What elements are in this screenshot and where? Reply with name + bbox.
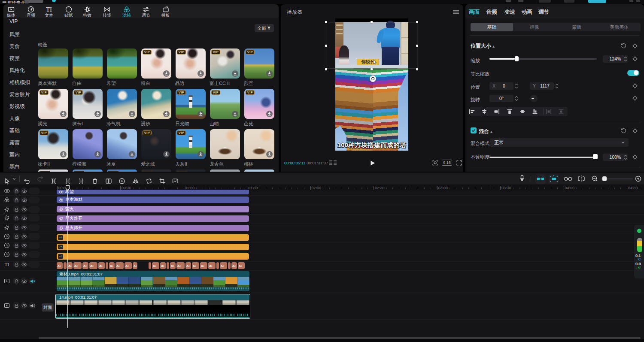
svg-text:A: A — [221, 264, 223, 267]
svg-text:A: A — [74, 264, 76, 267]
svg-text:A: A — [116, 264, 118, 267]
svg-text:A: A — [134, 264, 136, 267]
svg-text:A: A — [239, 264, 241, 267]
svg-text:A: A — [171, 264, 173, 267]
svg-text:A: A — [99, 264, 101, 267]
svg-text:A: A — [90, 264, 92, 267]
svg-text:A: A — [186, 264, 188, 267]
svg-text:A: A — [232, 264, 234, 267]
svg-text:A: A — [193, 264, 195, 267]
svg-text:A: A — [68, 264, 70, 267]
svg-text:A: A — [153, 264, 155, 267]
svg-text:A: A — [177, 264, 179, 267]
svg-text:A: A — [209, 264, 211, 267]
svg-text:TI: TI — [46, 6, 52, 13]
svg-text:TI: TI — [5, 262, 9, 267]
svg-text:A: A — [201, 264, 203, 267]
svg-text:A: A — [110, 264, 112, 267]
svg-text:A: A — [58, 264, 60, 267]
svg-text:A: A — [125, 264, 128, 267]
svg-text:A: A — [83, 264, 85, 267]
svg-text:A: A — [161, 264, 163, 267]
